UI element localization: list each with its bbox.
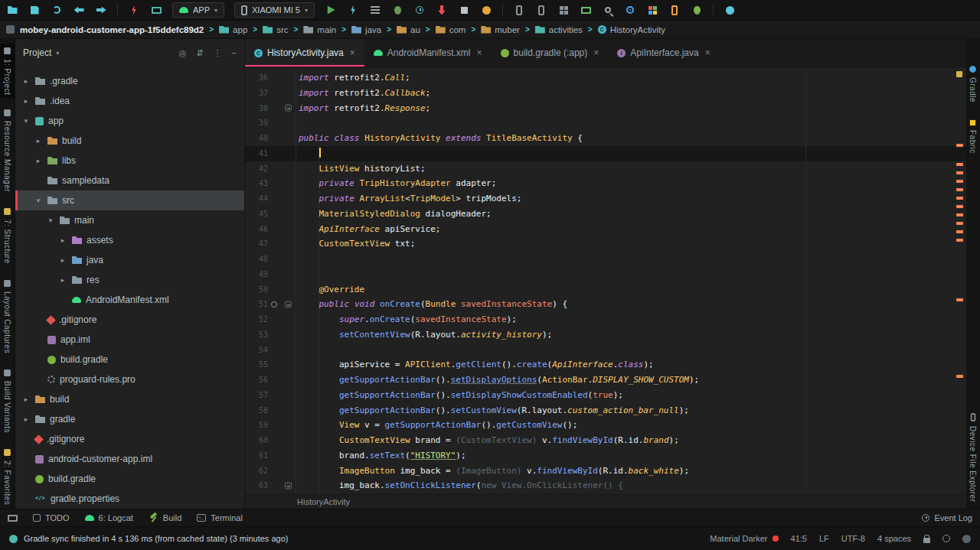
lock-icon[interactable]	[923, 538, 930, 543]
breadcrumb-com[interactable]: com	[436, 25, 466, 34]
chevron-icon[interactable]: ▸	[34, 157, 43, 164]
chevron-icon[interactable]: ▸	[21, 415, 31, 423]
device-dropdown[interactable]: XIAOMI MI 5▾	[234, 2, 315, 18]
tree-item-libs[interactable]: ▸libs	[15, 151, 244, 171]
breadcrumb-activities[interactable]: activities	[535, 25, 583, 34]
code-line-57[interactable]: 57 getSupportActionBar().setDisplayShowC…	[245, 388, 966, 403]
tree-item-sampledata[interactable]: sampledata	[15, 171, 244, 190]
tree-item-proguard-rules-pro[interactable]: proguard-rules.pro	[15, 369, 244, 389]
chevron-icon[interactable]: ▸	[58, 256, 67, 264]
tab-historyactivity-java[interactable]: HistoryActivity.java×	[245, 39, 364, 67]
code-line-41[interactable]: 41	[245, 146, 966, 161]
save-all-icon[interactable]	[28, 4, 41, 16]
tree-item-src[interactable]: ▾src	[15, 190, 244, 210]
breadcrumb-src[interactable]: src	[263, 25, 288, 34]
tree-item-app[interactable]: ▾app	[15, 111, 244, 131]
code-line-50[interactable]: 50 @Override	[245, 282, 966, 298]
code-line-51[interactable]: 51 public void onCreate(Bundle savedInst…	[245, 297, 966, 312]
firebase-assistant-icon[interactable]	[691, 4, 703, 16]
run-list-icon[interactable]	[369, 4, 381, 16]
run-button[interactable]	[325, 4, 337, 16]
code-line-39[interactable]: 39	[245, 116, 966, 131]
project-panel-title[interactable]: Project	[23, 47, 51, 58]
tool-button-build-variants[interactable]: Build Variants	[0, 366, 15, 436]
code-line-53[interactable]: 53 setContentView(R.layout.activity_hist…	[245, 327, 966, 343]
tool-button-layout-captures[interactable]: Layout Captures	[0, 276, 15, 356]
tree-item-gradle[interactable]: ▸.gradle	[15, 71, 244, 91]
breadcrumb-app[interactable]: app	[219, 25, 247, 34]
tree-item-res[interactable]: ▸res	[15, 270, 244, 290]
code-line-54[interactable]: 54	[245, 343, 966, 358]
close-icon[interactable]: ×	[593, 47, 599, 58]
status-widget-utf-8[interactable]: UTF-8	[841, 534, 865, 543]
tab-build-gradle-app[interactable]: build.gradle (:app)×	[492, 39, 609, 67]
code-line-56[interactable]: 56 getSupportActionBar().setDisplayOptio…	[245, 373, 966, 388]
capture-icon[interactable]	[150, 4, 162, 16]
inspections-widget-icon[interactable]	[956, 71, 962, 77]
code-line-36[interactable]: 36import retrofit2.Call;	[245, 70, 966, 86]
highlighting-level-icon[interactable]	[942, 535, 950, 542]
tree-item-main[interactable]: ▾main	[15, 210, 244, 230]
tool-window-button-terminal[interactable]: Terminal	[197, 513, 243, 522]
tree-item-android-customer-app-iml[interactable]: android-customer-app.iml	[15, 449, 244, 469]
plugins-icon[interactable]	[646, 4, 658, 16]
fold-marker-icon[interactable]	[285, 301, 292, 308]
tool-button-gradle[interactable]: Gradle	[965, 62, 980, 106]
fold-marker-icon[interactable]	[285, 483, 292, 490]
chevron-icon[interactable]: ▸	[58, 236, 67, 244]
debug-icon[interactable]	[391, 4, 403, 16]
open-project-icon[interactable]	[6, 4, 18, 16]
fold-marker-icon[interactable]	[285, 105, 292, 112]
search-everywhere-icon[interactable]	[602, 4, 614, 16]
tree-item-build[interactable]: ▸build	[15, 389, 244, 409]
tool-button-2-favorites[interactable]: 2: Favorites	[0, 445, 15, 508]
sdk-manager-icon[interactable]	[557, 4, 570, 16]
code-line-63[interactable]: 63 img_back.setOnClickListener(new View.…	[245, 478, 966, 493]
sync-icon[interactable]	[51, 4, 63, 16]
device-file-explorer-icon[interactable]	[668, 4, 681, 16]
tree-item-build[interactable]: ▸build	[15, 131, 244, 151]
chevron-icon[interactable]: ▸	[21, 97, 31, 105]
tree-item-idea[interactable]: ▸.idea	[15, 91, 244, 111]
locate-file-icon[interactable]: ◎	[179, 48, 187, 58]
tree-item-androidmanifest-xml[interactable]: AndroidManifest.xml	[15, 290, 244, 310]
chevron-icon[interactable]: ▸	[34, 137, 43, 145]
chevron-icon[interactable]: ▾	[46, 216, 55, 224]
code-line-44[interactable]: 44 private ArrayList<TripModel> tripMode…	[245, 191, 966, 207]
tree-item-assets[interactable]: ▸assets	[15, 230, 244, 250]
code-line-52[interactable]: 52 super.onCreate(savedInstanceState);	[245, 312, 966, 327]
code-line-49[interactable]: 49	[245, 267, 966, 282]
chevron-icon[interactable]: ▸	[21, 77, 31, 85]
tool-button-resource-manager[interactable]: Resource Manager	[0, 106, 15, 195]
chevron-icon[interactable]: ▸	[58, 276, 67, 284]
tree-item-app-iml[interactable]: app.iml	[15, 330, 244, 350]
status-widget-41-5[interactable]: 41:5	[791, 534, 807, 543]
collapse-all-icon[interactable]: ⇵	[196, 48, 203, 58]
code-line-62[interactable]: 62 ImageButton img_back = (ImageButton) …	[245, 464, 966, 479]
run-config-dropdown[interactable]: APP▾	[172, 2, 224, 18]
stripe-toggle-icon[interactable]	[8, 515, 18, 522]
code-line-60[interactable]: 60 CustomTextView brand = (CustomTextVie…	[245, 433, 966, 448]
chevron-down-icon[interactable]: ▾	[56, 50, 59, 57]
device-manager-icon[interactable]	[513, 4, 525, 16]
notifications-icon[interactable]	[962, 535, 971, 543]
profiler-icon[interactable]	[624, 4, 636, 16]
chevron-icon[interactable]: ▾	[34, 197, 43, 204]
code-line-48[interactable]: 48	[245, 252, 966, 267]
stop-icon[interactable]	[458, 4, 470, 16]
breadcrumb-au[interactable]: au	[397, 25, 420, 34]
avd-manager-icon[interactable]	[535, 4, 547, 16]
breadcrumb-item[interactable]: HistoryActivity	[297, 497, 350, 506]
close-icon[interactable]: ×	[705, 47, 710, 58]
chevron-icon[interactable]: ▸	[21, 395, 31, 403]
chevron-icon[interactable]: ▾	[21, 117, 31, 125]
code-line-61[interactable]: 61 brand.setText("HISTORY");	[245, 448, 966, 464]
attach-debugger-icon[interactable]	[436, 4, 448, 16]
code-line-45[interactable]: 45 MaterialStyledDialog dialogHeader;	[245, 207, 966, 222]
code-line-46[interactable]: 46 ApiInterface apiService;	[245, 222, 966, 237]
status-widget-material-darker[interactable]: Material Darker	[710, 534, 778, 543]
tab-apiinterface-java[interactable]: ApiInterface.java×	[608, 39, 719, 67]
gradle-sync-icon[interactable]	[480, 4, 492, 16]
breadcrumb-muber[interactable]: muber	[481, 25, 520, 34]
code-line-38[interactable]: 38import retrofit2.Response;	[245, 101, 966, 116]
